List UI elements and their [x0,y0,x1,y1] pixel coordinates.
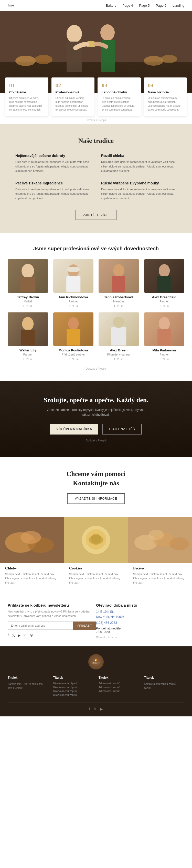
team-facebook-icon-jennie[interactable]: f [114,305,115,307]
team-linkedin-icon-alex-g[interactable]: in [167,305,169,307]
footer-col-3-item-3[interactable]: Adresa naší zápisů [99,690,139,692]
contact-button[interactable]: VYŽÁDTE SI INFORMACE [67,493,125,504]
tradice-item-2: Rozdíl chleba Duis aute irure dolor in r… [101,154,177,174]
team-member-monica: Monica Pouliotová Přidružený partner f ◻… [53,312,94,361]
social-twitter-icon[interactable]: 𝕏 [12,633,15,638]
newsletter-submit-button[interactable]: PŘIHLÁSIT [73,621,96,630]
product-text-chleby: Sample text. Click to select the text bo… [5,572,59,585]
nav-link-bakery[interactable]: Bakery [106,4,116,7]
team-photo-bg-alex-g [144,259,185,293]
team-facebook-icon-walter[interactable]: f [23,358,24,361]
team-linkedin-icon-monica[interactable]: in [76,358,78,361]
svg-rect-28 [157,329,171,345]
team-photo-alex-g [144,259,185,293]
navigation: logo Bakery Page 4 Page 5 Page 6 Landing [0,0,192,11]
footer-facebook-icon[interactable]: f [89,707,90,711]
cta-title: Srolujte, opečte a upečte. Každý den. [8,396,184,404]
team-photo-bg-jennie [99,259,139,293]
team-linkedin-icon-ann[interactable]: in [76,305,78,307]
team-facebook-icon-alex-green[interactable]: f [114,358,115,361]
footer-col-3-item-2[interactable]: Adresa naší zápisů [99,686,139,689]
card-1-title: Co děláme [9,90,44,94]
footer-logo-text: 🍞 Bakery [92,659,100,664]
team-linkedin-icon[interactable]: in [31,305,33,307]
svg-point-16 [113,264,124,277]
cta-buttons: VÍC ÚPLNÁ NABÍDKA OBJEDNAT TĚŠ [8,424,184,435]
team-title: Jsme super profesionálové ve svých doved… [8,246,184,252]
product-label-pecivo: Pečivo Sample text. Click to select the … [128,563,192,588]
team-role-alex-green: Přidružený partner [99,353,139,356]
footer-col-3-item-1[interactable]: Adresa naší zápisů [99,682,139,685]
team-instagram-icon-monica[interactable]: ◻ [72,358,74,361]
product-pecivo: Pečivo Sample text. Click to select the … [128,517,192,588]
team-linkedin-icon-walter[interactable]: in [31,358,33,361]
social-instagram-icon[interactable]: in [24,633,27,638]
nav-link-landing[interactable]: Landing [172,4,184,7]
svg-rect-17 [112,276,125,292]
tradice-section: Naše tradice Nejčerstvější pečené dobrot… [0,124,192,233]
products-section: Chleby Sample text. Click to select the … [0,517,192,596]
svg-rect-21 [21,330,35,345]
hours-days: Pondělí až neděle [96,627,121,630]
card-3: 03 Lahodné chleby Ut enim ad minim venia… [98,78,141,116]
team-photo-jeffrey [8,259,48,293]
team-role-monica: Přidružený partner [53,353,94,356]
team-facebook-icon-ann[interactable]: f [69,305,70,307]
team-photo-walter [8,312,48,346]
team-instagram-icon-mila[interactable]: ◻ [162,358,165,361]
svg-point-40 [169,537,189,550]
team-photo-bg-walter [8,312,48,346]
social-facebook-icon[interactable]: f [8,633,9,638]
team-instagram-icon-jennie[interactable]: ◻ [117,305,119,307]
team-facebook-icon-mila[interactable]: f [160,358,160,361]
tradice-button[interactable]: ZJISTĚTE VÍCE [76,210,116,220]
team-member-alex-g: Alex Greenfield Partner f ◻ in [144,259,185,307]
team-linkedin-icon-alex-green[interactable]: in [121,358,123,361]
nav-link-page6[interactable]: Page 6 [156,4,166,7]
product-title-chleby: Chleby [5,566,59,570]
footer-social-icons: f 𝕏 ▶ [8,703,184,711]
footer-youtube-icon[interactable]: ▶ [100,707,103,711]
team-instagram-icon[interactable]: ◻ [26,305,29,307]
team-instagram-icon-ann[interactable]: ◻ [72,305,74,307]
footer: 🍞 Bakery Titulek Sample text. Click to s… [0,646,192,716]
nav-link-page4[interactable]: Page 4 [122,4,133,7]
product-cookies: Cookies Sample text. Click to select the… [64,517,128,588]
team-facebook-icon[interactable]: f [23,305,24,307]
product-photo-pecivo [128,517,192,563]
product-text-pecivo: Sample text. Click to select the text bo… [133,572,187,585]
newsletter-email-input[interactable] [8,621,73,630]
hours-title: Otevírací doba a místo [96,603,184,608]
team-instagram-icon-alex-green[interactable]: ◻ [117,358,119,361]
team-photo-bg-ann [53,259,94,293]
social-icons: f 𝕏 ▶ in ℗ [8,633,96,638]
tradice-grid: Nejčerstvější pečené dobroty Duis aute i… [15,154,177,201]
footer-col-2-item-2[interactable]: Ukázka menu zápisů [53,686,94,689]
footer-col-2-item-1[interactable]: Ukázka menu zápisů [53,682,94,685]
team-linkedin-icon-mila[interactable]: in [167,358,169,361]
cta-secondary-button[interactable]: OBJEDNAT TĚŠ [103,424,142,435]
card-4-text: Ut enim ad minim veniam, quis nostrud ex… [148,96,183,112]
footer-col-2-item-3[interactable]: Ukázka menu zápisů [53,690,94,692]
tradice-item-1-text: Duis aute irure dolor in reprehenderit i… [15,160,91,174]
team-facebook-icon-alex-g[interactable]: f [160,305,160,307]
hours-time-range: 7:00–20:00 [96,630,111,634]
footer-logo: 🍞 Bakery [88,654,104,670]
cta-primary-button[interactable]: VÍC ÚPLNÁ NABÍDKA [50,424,98,435]
tradice-item-4: Ručně vyráběné z vybrané mouky Duis aute… [101,181,177,201]
social-youtube-icon[interactable]: ▶ [18,633,21,638]
newsletter-section: Přihlaste se k odběru newsletteru Nechce… [8,603,96,639]
social-pinterest-icon[interactable]: ℗ [30,633,33,638]
nav-link-page5[interactable]: Page 5 [139,4,150,7]
team-instagram-icon-alex-g[interactable]: ◻ [162,305,165,307]
team-photo-mila [144,312,185,346]
team-linkedin-icon-jennie[interactable]: in [121,305,123,307]
info-section: Přihlaste se k odběru newsletteru Nechce… [0,595,192,646]
team-instagram-icon-walter[interactable]: ◻ [26,358,29,361]
svg-rect-19 [157,276,171,292]
product-title-pecivo: Pečivo [133,566,187,570]
footer-twitter-icon[interactable]: 𝕏 [94,707,97,711]
team-facebook-icon-monica[interactable]: f [69,358,70,361]
footer-col-2-item-4[interactable]: Ukázka menu zápisů [53,693,94,696]
team-icons-alex-g: f ◻ in [144,305,185,307]
